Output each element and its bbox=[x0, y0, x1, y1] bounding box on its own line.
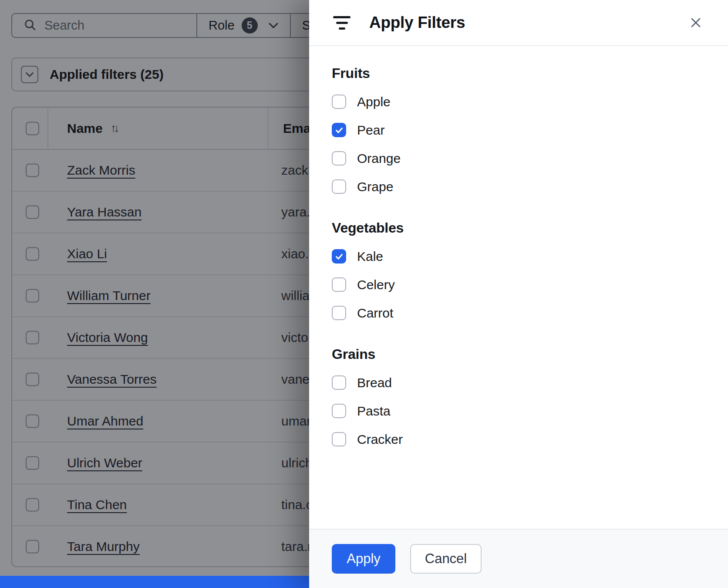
filter-section-vegetables: Vegetables Kale Celery Carrot bbox=[332, 220, 711, 327]
filter-option[interactable]: Celery bbox=[332, 270, 711, 299]
checkbox-unchecked[interactable] bbox=[332, 95, 346, 109]
option-label: Pasta bbox=[357, 404, 391, 419]
checkbox-unchecked[interactable] bbox=[332, 432, 346, 446]
panel-footer: Apply Cancel bbox=[309, 529, 728, 588]
section-heading: Fruits bbox=[332, 65, 711, 81]
checkbox-unchecked[interactable] bbox=[332, 277, 346, 292]
apply-filters-panel: Apply Filters Fruits Apple Pear bbox=[309, 0, 728, 588]
checkbox-unchecked[interactable] bbox=[332, 151, 346, 166]
option-label: Carrot bbox=[357, 306, 393, 321]
checkbox-unchecked[interactable] bbox=[332, 404, 346, 418]
option-label: Bread bbox=[357, 375, 392, 390]
close-button[interactable] bbox=[689, 16, 703, 30]
filter-icon bbox=[332, 16, 352, 30]
filter-option[interactable]: Pear bbox=[332, 116, 711, 144]
filter-option[interactable]: Kale bbox=[332, 242, 711, 270]
section-heading: Grains bbox=[332, 346, 711, 362]
panel-header: Apply Filters bbox=[309, 0, 728, 46]
panel-title: Apply Filters bbox=[369, 14, 465, 32]
checkbox-unchecked[interactable] bbox=[332, 375, 346, 390]
option-label: Kale bbox=[357, 249, 383, 264]
option-label: Pear bbox=[357, 123, 384, 138]
checkbox-checked[interactable] bbox=[332, 123, 346, 137]
panel-body: Fruits Apple Pear Orange Grape bbox=[309, 46, 728, 529]
check-icon bbox=[334, 125, 344, 135]
filter-option[interactable]: Apple bbox=[332, 88, 711, 116]
option-label: Grape bbox=[357, 179, 393, 194]
filter-option[interactable]: Orange bbox=[332, 144, 711, 172]
checkbox-checked[interactable] bbox=[332, 249, 346, 264]
option-label: Cracker bbox=[357, 432, 403, 447]
section-heading: Vegetables bbox=[332, 220, 711, 236]
checkbox-unchecked[interactable] bbox=[332, 306, 346, 320]
filter-section-grains: Grains Bread Pasta Cracker bbox=[332, 346, 711, 453]
checkbox-unchecked[interactable] bbox=[332, 179, 346, 194]
apply-button[interactable]: Apply bbox=[332, 544, 395, 574]
option-label: Orange bbox=[357, 151, 401, 166]
filter-option[interactable]: Grape bbox=[332, 172, 711, 201]
filter-option[interactable]: Carrot bbox=[332, 299, 711, 327]
filter-option[interactable]: Bread bbox=[332, 368, 711, 397]
cancel-button[interactable]: Cancel bbox=[410, 544, 482, 574]
filter-option[interactable]: Pasta bbox=[332, 397, 711, 425]
bottom-accent-bar bbox=[0, 576, 310, 588]
option-label: Apple bbox=[357, 95, 391, 109]
option-label: Celery bbox=[357, 277, 395, 292]
close-icon bbox=[689, 16, 703, 30]
filter-section-fruits: Fruits Apple Pear Orange Grape bbox=[332, 65, 711, 201]
filter-option[interactable]: Cracker bbox=[332, 425, 711, 453]
check-icon bbox=[334, 252, 344, 261]
